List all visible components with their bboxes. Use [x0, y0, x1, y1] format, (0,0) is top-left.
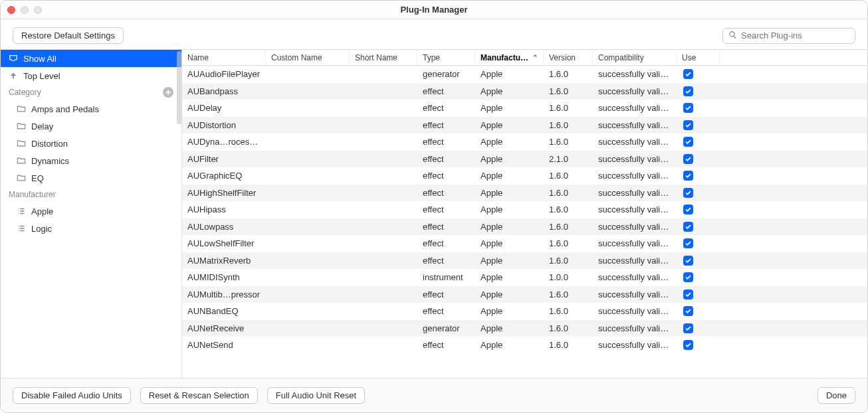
sidebar-category-item[interactable]: Delay — [1, 118, 181, 135]
disable-failed-button[interactable]: Disable Failed Audio Units — [13, 387, 131, 404]
cell-compatibility: successfully vali… — [593, 256, 677, 266]
cell-compatibility: successfully vali… — [593, 272, 677, 282]
use-checkbox[interactable] — [683, 238, 693, 248]
cell-compatibility: successfully vali… — [593, 86, 677, 96]
use-checkbox[interactable] — [683, 272, 693, 282]
close-icon[interactable] — [7, 6, 15, 14]
table-row[interactable]: AUHipass effect Apple 1.6.0 successfully… — [182, 201, 867, 218]
use-checkbox[interactable] — [683, 69, 693, 79]
table-row[interactable]: AUMIDISynth instrument Apple 1.0.0 succe… — [182, 269, 867, 286]
folder-icon — [17, 104, 26, 114]
use-checkbox[interactable] — [683, 188, 693, 198]
table-row[interactable]: AUNBandEQ effect Apple 1.6.0 successfull… — [182, 303, 867, 320]
cell-version: 1.6.0 — [544, 340, 593, 350]
table-row[interactable]: AUNetReceive generator Apple 1.6.0 succe… — [182, 320, 867, 337]
table-row[interactable]: AUFilter effect Apple 2.1.0 successfully… — [182, 151, 867, 168]
column-use[interactable]: Use — [677, 50, 720, 65]
window-title: Plug-In Manager — [1, 5, 867, 15]
folder-icon — [17, 156, 26, 165]
cell-use — [677, 154, 720, 164]
reset-rescan-button[interactable]: Reset & Rescan Selection — [140, 387, 258, 404]
cell-manufacturer: Apple — [475, 171, 544, 181]
use-checkbox[interactable] — [683, 340, 693, 350]
cell-compatibility: successfully vali… — [593, 340, 677, 350]
use-checkbox[interactable] — [683, 323, 693, 333]
cell-version: 1.6.0 — [544, 289, 593, 299]
titlebar: Plug-In Manager — [1, 1, 867, 19]
add-category-button[interactable]: + — [163, 87, 173, 98]
use-checkbox[interactable] — [683, 154, 693, 164]
use-checkbox[interactable] — [683, 120, 693, 130]
table-row[interactable]: AUHighShelfFilter effect Apple 1.6.0 suc… — [182, 185, 867, 202]
sidebar-manufacturer-item[interactable]: Apple — [1, 203, 181, 220]
sidebar-item-label: Logic — [31, 224, 52, 234]
use-checkbox[interactable] — [683, 306, 693, 316]
column-version[interactable]: Version — [544, 50, 593, 65]
column-manufacturer[interactable]: Manufactu… ⌃ — [475, 50, 544, 65]
table-row[interactable]: AUGraphicEQ effect Apple 1.6.0 successfu… — [182, 167, 867, 185]
minimize-icon[interactable] — [21, 6, 29, 14]
sidebar-manufacturer-header: Manufacturer — [1, 187, 181, 203]
cell-manufacturer: Apple — [475, 154, 544, 164]
sidebar-category-item[interactable]: Amps and Pedals — [1, 100, 181, 118]
sidebar-top-level[interactable]: Top Level — [1, 67, 181, 84]
cell-type: effect — [417, 188, 475, 198]
column-spacer — [720, 50, 867, 65]
column-compatibility[interactable]: Compatibility — [593, 50, 677, 65]
folder-icon — [17, 139, 26, 148]
use-checkbox[interactable] — [683, 171, 693, 181]
cell-use — [677, 340, 720, 350]
cell-compatibility: successfully vali… — [593, 137, 677, 147]
cell-compatibility: successfully vali… — [593, 306, 677, 316]
sidebar-item-label: Dynamics — [31, 156, 69, 166]
footer: Disable Failed Audio Units Reset & Resca… — [1, 378, 867, 412]
scrollbar[interactable] — [177, 51, 181, 124]
cell-use — [677, 323, 720, 333]
use-checkbox[interactable] — [683, 256, 693, 266]
column-short-name[interactable]: Short Name — [350, 50, 417, 65]
cell-use — [677, 69, 720, 79]
table-row[interactable]: AUDistortion effect Apple 1.6.0 successf… — [182, 117, 867, 134]
table-row[interactable]: AUBandpass effect Apple 1.6.0 successful… — [182, 83, 867, 100]
table-row[interactable]: AUDyna…rocessor effect Apple 1.6.0 succe… — [182, 133, 867, 151]
column-type[interactable]: Type — [417, 50, 475, 65]
table-row[interactable]: AULowShelfFilter effect Apple 1.6.0 succ… — [182, 235, 867, 252]
use-checkbox[interactable] — [683, 86, 693, 96]
search-field[interactable] — [722, 28, 855, 44]
table-row[interactable]: AUAudioFilePlayer generator Apple 1.6.0 … — [182, 66, 867, 83]
use-checkbox[interactable] — [683, 137, 693, 147]
use-checkbox[interactable] — [683, 103, 693, 113]
sidebar-show-all[interactable]: Show All — [1, 50, 181, 67]
use-checkbox[interactable] — [683, 289, 693, 299]
cell-name: AUNBandEQ — [182, 306, 266, 316]
cell-manufacturer: Apple — [475, 188, 544, 198]
search-input[interactable] — [741, 31, 853, 41]
maximize-icon[interactable] — [34, 6, 42, 14]
use-checkbox[interactable] — [683, 205, 693, 214]
column-name[interactable]: Name — [182, 50, 266, 65]
sidebar-manufacturer-item[interactable]: Logic — [1, 220, 181, 237]
table-row[interactable]: AUDelay effect Apple 1.6.0 successfully … — [182, 100, 867, 117]
full-reset-button[interactable]: Full Audio Unit Reset — [267, 387, 365, 404]
use-checkbox[interactable] — [683, 222, 693, 232]
table-row[interactable]: AUMatrixReverb effect Apple 1.6.0 succes… — [182, 252, 867, 270]
column-custom-name[interactable]: Custom Name — [266, 50, 350, 65]
table-row[interactable]: AUNetSend effect Apple 1.6.0 successfull… — [182, 337, 867, 354]
cell-type: effect — [417, 289, 475, 299]
sidebar-category-item[interactable]: Dynamics — [1, 152, 181, 169]
done-button[interactable]: Done — [817, 387, 855, 404]
cell-manufacturer: Apple — [475, 238, 544, 248]
sidebar-label: Show All — [23, 54, 56, 64]
sidebar-category-item[interactable]: Distortion — [1, 135, 181, 152]
cell-manufacturer: Apple — [475, 120, 544, 130]
cell-use — [677, 238, 720, 248]
restore-defaults-button[interactable]: Restore Default Settings — [13, 27, 124, 44]
table-row[interactable]: AULowpass effect Apple 1.6.0 successfull… — [182, 218, 867, 236]
cell-version: 1.6.0 — [544, 69, 593, 79]
sidebar-category-item[interactable]: EQ — [1, 169, 181, 187]
cell-type: effect — [417, 86, 475, 96]
cell-name: AUNetReceive — [182, 323, 266, 333]
cell-manufacturer: Apple — [475, 272, 544, 282]
cell-compatibility: successfully vali… — [593, 120, 677, 130]
table-row[interactable]: AUMultib…pressor effect Apple 1.6.0 succ… — [182, 286, 867, 303]
